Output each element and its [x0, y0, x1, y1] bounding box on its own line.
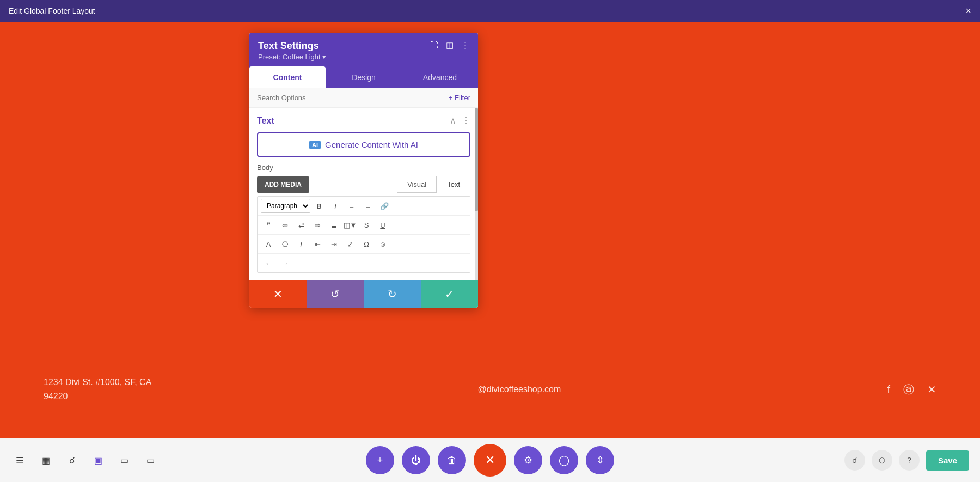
link-button[interactable]: 🔗	[377, 199, 392, 213]
align-justify-button[interactable]: ≣	[326, 218, 341, 232]
footer-social: f ⓐ ✕	[887, 382, 936, 397]
unordered-list-button[interactable]: ≡	[344, 199, 359, 213]
bold-button[interactable]: B	[311, 199, 327, 213]
tab-content[interactable]: Content	[249, 66, 326, 88]
strikethrough-button[interactable]: S	[359, 218, 374, 232]
panel-tabs: Content Design Advanced	[249, 66, 478, 88]
ai-badge: AI	[309, 141, 321, 149]
save-button[interactable]: Save	[926, 450, 969, 471]
settings-button[interactable]: ⚙	[514, 446, 542, 474]
panel-bottom-bar: ✕ ↺ ↻ ✓	[249, 280, 478, 308]
bottom-bar: ☰ ▦ ☌ ▣ ▭ ▭ + ⏻ 🗑 ✕ ⚙ ◯ ⇕ ☌ ⬡ ? Save	[0, 438, 980, 482]
right-tools: ☌ ⬡ ? Save	[844, 450, 969, 471]
omega-button[interactable]: Ω	[359, 237, 374, 251]
panel-body: Text ∧ ⋮ AI Generate Content With AI Bod…	[249, 108, 478, 280]
title-bar: Edit Global Footer Layout ×	[0, 0, 980, 22]
indent-button[interactable]: ⇥	[326, 237, 341, 251]
confirm-action-button[interactable]: ✓	[421, 280, 478, 308]
emoji-button[interactable]: ☺	[375, 237, 390, 251]
search-icon-right[interactable]: ☌	[844, 450, 865, 471]
redo-action-button[interactable]: ↻	[364, 280, 421, 308]
facebook-icon[interactable]: f	[887, 383, 890, 396]
format-row-2: ❞ ⇦ ⇄ ⇨ ≣ ◫▼ S U	[258, 216, 470, 235]
redo-editor-button[interactable]: →	[277, 256, 292, 270]
ordered-list-button[interactable]: ≡	[360, 199, 376, 213]
layers-icon[interactable]: ⬡	[872, 450, 892, 471]
help-icon[interactable]: ?	[899, 450, 920, 471]
power-button[interactable]: ⏻	[402, 446, 430, 474]
close-center-button[interactable]: ✕	[474, 444, 506, 477]
split-icon[interactable]: ◫	[446, 40, 454, 50]
grid-tool[interactable]: ▦	[37, 452, 54, 469]
history-button[interactable]: ◯	[550, 446, 578, 474]
section-icons: ∧ ⋮	[450, 115, 470, 126]
editor-toolbar-top: ADD MEDIA Visual Text	[257, 176, 470, 193]
instagram-icon[interactable]: ⓐ	[903, 382, 914, 397]
center-tools: + ⏻ 🗑 ✕ ⚙ ◯ ⇕	[366, 444, 614, 477]
panel-header-icons: ⛶ ◫ ⋮	[430, 40, 469, 50]
desktop-tool[interactable]: ▣	[89, 452, 107, 469]
scrollbar-thumb[interactable]	[475, 108, 478, 211]
section-header: Text ∧ ⋮	[257, 115, 470, 126]
tab-advanced[interactable]: Advanced	[402, 66, 478, 88]
editor-format-bar: Paragraph Heading 1 Heading 2 Heading 3 …	[257, 196, 470, 273]
align-right-button[interactable]: ⇨	[310, 218, 325, 232]
tablet-tool[interactable]: ▭	[115, 452, 133, 469]
menu-tool[interactable]: ☰	[11, 452, 28, 469]
visual-tab[interactable]: Visual	[397, 176, 437, 193]
italic-button[interactable]: I	[328, 199, 343, 213]
undo-action-button[interactable]: ↺	[307, 280, 364, 308]
search-tool[interactable]: ☌	[63, 452, 81, 469]
blockquote-button[interactable]: ❞	[261, 218, 276, 232]
text-color-button[interactable]: A	[261, 237, 276, 251]
fit-icon[interactable]: ⛶	[430, 40, 438, 50]
title-bar-text: Edit Global Footer Layout	[9, 7, 95, 15]
add-media-button[interactable]: ADD MEDIA	[257, 176, 309, 193]
delete-button[interactable]: 🗑	[438, 446, 466, 474]
ai-generate-button[interactable]: AI Generate Content With AI	[257, 132, 470, 157]
outdent-button[interactable]: ⇤	[310, 237, 325, 251]
search-input[interactable]	[257, 94, 449, 102]
align-left-button[interactable]: ⇦	[277, 218, 292, 232]
collapse-icon[interactable]: ∧	[450, 115, 456, 126]
text-tab[interactable]: Text	[437, 176, 470, 193]
section-menu-icon[interactable]: ⋮	[462, 115, 470, 126]
scrollbar-track[interactable]	[475, 108, 478, 280]
mobile-tool[interactable]: ▭	[142, 452, 159, 469]
paragraph-select[interactable]: Paragraph Heading 1 Heading 2 Heading 3	[261, 199, 310, 213]
twitter-x-icon[interactable]: ✕	[927, 383, 936, 396]
add-button[interactable]: +	[366, 446, 394, 474]
left-tools: ☰ ▦ ☌ ▣ ▭ ▭	[11, 452, 159, 469]
panel-search: + Filter	[249, 88, 478, 108]
more-icon[interactable]: ⋮	[461, 40, 469, 50]
format-row-1: Paragraph Heading 1 Heading 2 Heading 3 …	[258, 197, 470, 216]
section-title: Text	[257, 116, 274, 126]
align-center-button[interactable]: ⇄	[293, 218, 309, 232]
footer-email: @divicoffeeshop.com	[477, 385, 561, 394]
text-settings-panel: Text Settings Preset: Coffee Light ▾ ⛶ ◫…	[249, 33, 478, 308]
paste-button[interactable]: ⎔	[277, 237, 292, 251]
table-button[interactable]: ◫▼	[342, 218, 358, 232]
visual-text-tabs: Visual Text	[397, 176, 470, 193]
clear-format-button[interactable]: I	[293, 237, 309, 251]
panel-preset[interactable]: Preset: Coffee Light ▾	[258, 53, 469, 61]
underline-button[interactable]: U	[375, 218, 390, 232]
footer-strip: 1234 Divi St. #1000, SF, CA94220 @divico…	[0, 340, 980, 438]
ai-button-label: Generate Content With AI	[325, 140, 418, 149]
undo-editor-button[interactable]: ←	[261, 256, 276, 270]
fullscreen-button[interactable]: ⤢	[342, 237, 358, 251]
format-row-3: A ⎔ I ⇤ ⇥ ⤢ Ω ☺	[258, 235, 470, 254]
panel-header: Text Settings Preset: Coffee Light ▾ ⛶ ◫…	[249, 33, 478, 66]
format-row-4: ← →	[258, 254, 470, 272]
body-label: Body	[257, 163, 470, 172]
close-button[interactable]: ×	[965, 5, 971, 17]
cancel-action-button[interactable]: ✕	[249, 280, 307, 308]
footer-address: 1234 Divi St. #1000, SF, CA94220	[44, 375, 151, 403]
adjust-button[interactable]: ⇕	[586, 446, 614, 474]
filter-button[interactable]: + Filter	[449, 94, 470, 102]
tab-design[interactable]: Design	[326, 66, 402, 88]
main-area: 1234 Divi St. #1000, SF, CA94220 @divico…	[0, 22, 980, 482]
